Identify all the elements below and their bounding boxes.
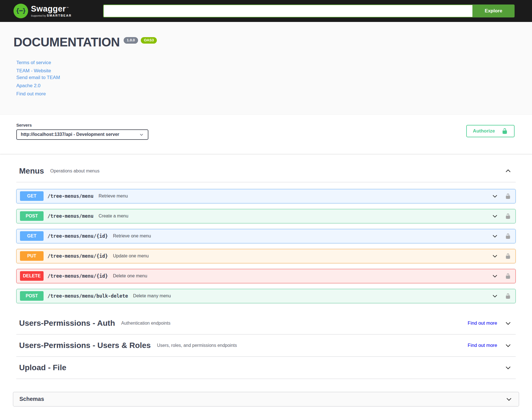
scheme-container: Servers http://localhost:1337/api - Deve… [0, 115, 532, 154]
servers-select[interactable]: http://localhost:1337/api - Development … [16, 129, 148, 140]
endpoint-path: /tree-menus/menu/bulk-delete [47, 293, 128, 299]
expand-chevron-down-icon[interactable] [505, 396, 513, 403]
operations-list: Menus Operations about menus GET /tree-m… [0, 160, 532, 379]
servers-selected-option: http://localhost:1337/api - Development … [21, 132, 119, 137]
trademark-symbol: ™ [66, 6, 69, 9]
endpoint-controls [492, 213, 515, 219]
servers-label: Servers [16, 123, 148, 127]
swagger-logo-link[interactable]: {⋯} Swagger™ Supported bySMARTBEAR [13, 4, 72, 18]
tag-description-menus: Operations about menus [50, 169, 99, 174]
tag-header-right [504, 167, 512, 175]
auth-lock-icon[interactable] [505, 253, 511, 259]
endpoint-row-get-menu[interactable]: GET /tree-menus/menu Retrieve menu [16, 189, 516, 203]
tag-title-upload-file: Upload - File [19, 363, 66, 373]
explore-form: Explore [103, 5, 515, 17]
schemas-title: Schemas [19, 396, 44, 402]
tag-header-upload-file[interactable]: Upload - File [16, 357, 516, 379]
tag-section-menus: Menus Operations about menus GET /tree-m… [16, 160, 516, 312]
endpoint-summary: Delete one menu [113, 273, 147, 278]
method-badge-get: GET [20, 231, 44, 241]
tag-header-right: Find out more [468, 320, 512, 327]
auth-lock-icon[interactable] [505, 193, 511, 199]
endpoint-row-get-menu-id[interactable]: GET /tree-menus/menu/{id} Retrieve one m… [16, 229, 516, 243]
endpoint-row-put-menu-id[interactable]: PUT /tree-menus/menu/{id} Update one men… [16, 249, 516, 263]
page-title: DOCUMENTATION [13, 35, 120, 50]
method-badge-post: POST [20, 211, 44, 221]
expand-chevron-down-icon[interactable] [504, 364, 512, 371]
endpoint-controls [492, 253, 515, 259]
expand-chevron-down-icon[interactable] [504, 320, 512, 327]
auth-lock-icon[interactable] [505, 233, 511, 239]
endpoint-path: /tree-menus/menu/{id} [47, 253, 108, 259]
unlock-icon [502, 128, 508, 134]
endpoint-controls [492, 233, 515, 239]
endpoint-row-delete-menu-id[interactable]: DELETE /tree-menus/menu/{id} Delete one … [16, 269, 516, 283]
endpoint-controls [492, 193, 515, 199]
tag-header-right: Find out more [468, 342, 512, 349]
endpoint-summary: Create a menu [99, 214, 128, 219]
select-chevron-down-icon [139, 132, 144, 137]
tag-header-users-permissions-auth[interactable]: Users-Permissions - Auth Authentication … [16, 312, 516, 334]
swagger-logo-icon: {⋯} [13, 4, 28, 18]
smartbear-wordmark: SMARTBEAR [47, 14, 72, 17]
schemas-section: Schemas [0, 392, 532, 406]
expand-chevron-down-icon[interactable] [492, 273, 498, 279]
tag-title-users-permissions-users-roles: Users-Permissions - Users & Roles [19, 340, 151, 351]
external-docs-link[interactable]: Find out more [16, 91, 46, 97]
expand-chevron-down-icon[interactable] [504, 342, 512, 349]
tag-title-menus: Menus [19, 166, 44, 176]
find-out-more-link[interactable]: Find out more [468, 343, 497, 348]
api-info-section: DOCUMENTATION 1.0.0 OAS3 Terms of servic… [0, 22, 532, 115]
endpoint-path: /tree-menus/menu/{id} [47, 273, 108, 279]
auth-lock-icon[interactable] [505, 213, 511, 219]
tag-section-users-permissions-users-roles: Users-Permissions - Users & Roles Users,… [16, 334, 516, 357]
tag-section-upload-file: Upload - File [16, 357, 516, 379]
collapse-chevron-up-icon[interactable] [504, 167, 512, 175]
endpoint-row-post-menu[interactable]: POST /tree-menus/menu Create a menu [16, 209, 516, 223]
explore-button[interactable]: Explore [472, 5, 515, 17]
tag-section-users-permissions-auth: Users-Permissions - Auth Authentication … [16, 312, 516, 334]
auth-lock-icon[interactable] [505, 273, 511, 279]
auth-lock-icon[interactable] [505, 293, 511, 299]
license-link[interactable]: Apache 2.0 [16, 83, 40, 89]
tag-header-users-permissions-users-roles[interactable]: Users-Permissions - Users & Roles Users,… [16, 334, 516, 357]
brand-subtitle: Supported bySMARTBEAR [31, 14, 72, 17]
endpoint-row-post-bulk-delete[interactable]: POST /tree-menus/menu/bulk-delete Delete… [16, 289, 516, 303]
expand-chevron-down-icon[interactable] [492, 253, 498, 259]
spec-url-input[interactable] [103, 5, 472, 17]
team-website-link[interactable]: TEAM - Website [16, 68, 51, 74]
send-email-link[interactable]: Send email to TEAM [16, 75, 60, 80]
endpoint-summary: Retrieve one menu [113, 233, 151, 239]
expand-chevron-down-icon[interactable] [492, 293, 498, 299]
tag-title-users-permissions-auth: Users-Permissions - Auth [19, 318, 115, 328]
method-badge-delete: DELETE [20, 271, 44, 281]
title-row: DOCUMENTATION 1.0.0 OAS3 [13, 35, 519, 50]
method-badge-post: POST [20, 291, 44, 301]
authorize-button[interactable]: Authorize [466, 125, 515, 137]
tag-header-right [504, 364, 512, 371]
expand-chevron-down-icon[interactable] [492, 193, 498, 199]
topbar: {⋯} Swagger™ Supported bySMARTBEAR Explo… [0, 0, 532, 22]
schemas-toggle[interactable]: Schemas [13, 392, 519, 406]
endpoint-controls [492, 293, 515, 299]
endpoint-summary: Delete many menu [133, 293, 171, 298]
tag-description-users-permissions-auth: Authentication endpoints [121, 321, 170, 326]
expand-chevron-down-icon[interactable] [492, 213, 498, 219]
brand-text: Swagger™ Supported bySMARTBEAR [31, 5, 72, 17]
endpoint-summary: Retrieve menu [99, 194, 128, 199]
tag-header-menus[interactable]: Menus Operations about menus [16, 160, 516, 182]
servers-block: Servers http://localhost:1337/api - Deve… [16, 123, 148, 140]
find-out-more-link[interactable]: Find out more [468, 320, 497, 326]
endpoint-path: /tree-menus/menu [47, 193, 94, 199]
authorize-label: Authorize [473, 128, 495, 134]
oas3-badge: OAS3 [141, 37, 157, 44]
menus-operations: GET /tree-menus/menu Retrieve menu POST … [16, 182, 516, 312]
endpoint-summary: Update one menu [113, 253, 149, 259]
info-links: Terms of service TEAM - Website Send ema… [13, 60, 519, 97]
terms-of-service-link[interactable]: Terms of service [16, 60, 51, 66]
method-badge-put: PUT [20, 251, 44, 261]
tag-description-users-permissions-users-roles: Users, roles, and permissions endpoints [157, 343, 237, 348]
expand-chevron-down-icon[interactable] [492, 233, 498, 239]
method-badge-get: GET [20, 191, 44, 201]
badges: 1.0.0 OAS3 [124, 37, 157, 44]
